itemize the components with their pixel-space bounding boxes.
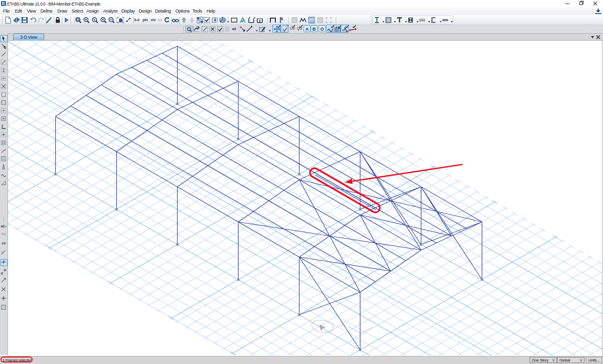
svg-text:A: A bbox=[317, 322, 326, 332]
